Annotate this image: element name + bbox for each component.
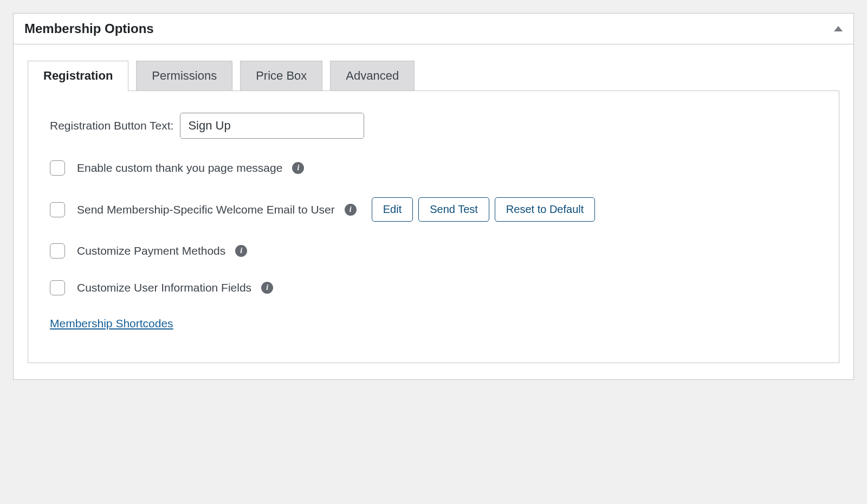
info-icon[interactable]: i <box>261 282 273 294</box>
panel-title: Membership Options <box>24 21 154 36</box>
registration-button-text-label: Registration Button Text: <box>50 119 173 132</box>
shortcodes-row: Membership Shortcodes <box>50 317 817 330</box>
tab-price-box[interactable]: Price Box <box>240 61 322 91</box>
welcome-email-checkbox[interactable] <box>50 202 65 217</box>
membership-options-panel: Membership Options Registration Permissi… <box>13 13 854 380</box>
tab-content-registration: Registration Button Text: Enable custom … <box>28 91 839 363</box>
panel-body: Registration Permissions Price Box Advan… <box>14 44 853 379</box>
user-info-row: Customize User Information Fields i <box>50 280 817 295</box>
thank-you-checkbox[interactable] <box>50 160 65 176</box>
info-icon[interactable]: i <box>235 245 247 257</box>
payment-methods-row: Customize Payment Methods i <box>50 243 817 259</box>
tabs-nav: Registration Permissions Price Box Advan… <box>28 61 839 91</box>
user-info-label: Customize User Information Fields <box>77 281 251 294</box>
membership-shortcodes-link[interactable]: Membership Shortcodes <box>50 317 173 330</box>
payment-methods-label: Customize Payment Methods <box>77 244 225 257</box>
payment-methods-checkbox[interactable] <box>50 243 65 259</box>
welcome-email-buttons: Edit Send Test Reset to Default <box>372 197 595 222</box>
tab-advanced[interactable]: Advanced <box>330 61 415 91</box>
tab-registration[interactable]: Registration <box>28 61 128 91</box>
welcome-email-label: Send Membership-Specific Welcome Email t… <box>77 203 335 216</box>
registration-button-text-row: Registration Button Text: <box>50 113 817 139</box>
thank-you-label: Enable custom thank you page message <box>77 161 282 175</box>
user-info-checkbox[interactable] <box>50 280 65 295</box>
tab-permissions[interactable]: Permissions <box>136 61 232 91</box>
collapse-up-icon[interactable] <box>834 26 843 31</box>
thank-you-row: Enable custom thank you page message i <box>50 160 817 176</box>
info-icon[interactable]: i <box>292 162 304 174</box>
panel-header[interactable]: Membership Options <box>14 14 853 44</box>
info-icon[interactable]: i <box>345 204 357 216</box>
reset-to-default-button[interactable]: Reset to Default <box>495 197 595 222</box>
welcome-email-row: Send Membership-Specific Welcome Email t… <box>50 197 817 222</box>
edit-button[interactable]: Edit <box>372 197 413 222</box>
registration-button-text-input[interactable] <box>180 113 364 139</box>
send-test-button[interactable]: Send Test <box>418 197 489 222</box>
